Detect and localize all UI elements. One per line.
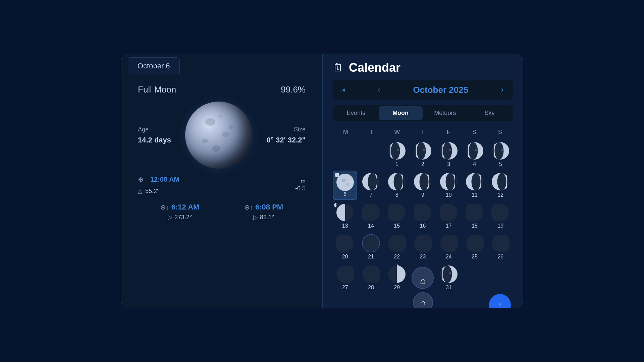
cal-day-empty bbox=[488, 263, 513, 293]
svg-point-100 bbox=[473, 235, 484, 252]
cal-day-28[interactable]: 28 bbox=[359, 263, 383, 293]
cal-day-14[interactable]: 14 bbox=[359, 201, 383, 231]
svg-point-52 bbox=[497, 173, 506, 190]
day-number: 24 bbox=[446, 254, 452, 260]
cal-day-20[interactable]: 20 bbox=[333, 232, 357, 262]
calendar-header: 🗓 Calendar bbox=[333, 61, 513, 75]
day-number: 7 bbox=[369, 192, 372, 198]
day-number: 31 bbox=[446, 285, 452, 291]
day-number: 8 bbox=[395, 192, 398, 198]
svg-point-92 bbox=[421, 235, 432, 252]
cal-day-30[interactable]: ⌂ bbox=[412, 267, 434, 289]
cal-day-29[interactable]: 29 bbox=[385, 263, 409, 293]
transit-alt: 55.2° bbox=[145, 188, 159, 195]
svg-point-32 bbox=[368, 173, 377, 190]
cal-day-11[interactable]: 11 bbox=[462, 171, 487, 200]
tab-meteors[interactable]: Meteors bbox=[423, 106, 467, 120]
svg-point-112 bbox=[370, 265, 380, 283]
home-button[interactable]: ⌂ bbox=[413, 292, 433, 308]
moonset-time: 6:08 PM bbox=[255, 203, 283, 212]
cal-day-8[interactable]: 8 bbox=[385, 171, 409, 200]
day-number: 15 bbox=[394, 223, 400, 229]
svg-point-23 bbox=[495, 142, 504, 160]
day-number: 19 bbox=[497, 223, 503, 229]
cal-day-25[interactable]: 25 bbox=[462, 232, 487, 262]
cal-day-31[interactable]: 31 bbox=[436, 263, 461, 293]
day-number: 12 bbox=[497, 192, 503, 198]
cal-day-7[interactable]: 7 bbox=[359, 171, 383, 200]
day-number: 28 bbox=[368, 285, 374, 291]
cal-day-18[interactable]: 18 bbox=[462, 201, 487, 231]
moon-image bbox=[185, 102, 252, 169]
day-number: 3 bbox=[447, 161, 450, 167]
cal-day-19[interactable]: 19 bbox=[488, 201, 513, 231]
cal-day-24[interactable]: 24 bbox=[436, 232, 461, 262]
share-button[interactable]: ↑ bbox=[489, 294, 511, 308]
cal-day-13[interactable]: 13 bbox=[333, 201, 357, 231]
svg-point-75 bbox=[466, 204, 476, 221]
bottom-bar: ⌂ ↑ bbox=[333, 294, 513, 308]
month-nav: ⇥ ‹ October 2025 › bbox=[333, 80, 513, 100]
day-number: 11 bbox=[472, 192, 478, 198]
moonset-block: ⊕↑ 6:08 PM ▷ 82.1° bbox=[244, 203, 283, 221]
tab-bar: October 6 bbox=[121, 54, 322, 74]
month-year-label: October 2025 bbox=[413, 85, 468, 95]
moon-left-info: Age 14.2 days bbox=[138, 126, 171, 144]
day-header-sat: S bbox=[462, 127, 487, 138]
day-number: 14 bbox=[368, 223, 374, 229]
day-header-sun: S bbox=[487, 127, 513, 138]
day-header-fri: F bbox=[436, 127, 462, 138]
day-number: 25 bbox=[472, 254, 478, 260]
svg-point-67 bbox=[414, 204, 424, 221]
cal-day-27[interactable]: 27 bbox=[333, 263, 357, 293]
day-number: 23 bbox=[420, 254, 426, 260]
tab-events[interactable]: Events bbox=[334, 106, 378, 120]
cal-day-22[interactable]: 22 bbox=[385, 232, 409, 262]
day-number: 1 bbox=[395, 161, 398, 167]
svg-point-13 bbox=[443, 142, 452, 160]
cal-day-21[interactable]: 21 bbox=[359, 232, 383, 262]
size-label: Size bbox=[267, 126, 306, 133]
day-number: 16 bbox=[420, 223, 426, 229]
prev-month-button[interactable]: ‹ bbox=[375, 84, 383, 96]
date-tab[interactable]: October 6 bbox=[128, 57, 180, 74]
day-header-wed: W bbox=[384, 127, 410, 138]
cal-day-23[interactable]: 23 bbox=[411, 232, 435, 262]
cal-day-16[interactable]: 16 bbox=[411, 201, 435, 231]
cal-day-2[interactable]: 2 bbox=[411, 140, 435, 169]
cal-day-12[interactable]: 12 bbox=[488, 171, 513, 200]
cal-day-26[interactable]: 26 bbox=[488, 232, 513, 262]
day-header-thu: T bbox=[410, 127, 436, 138]
cal-day-15[interactable]: 15 bbox=[385, 201, 409, 231]
collapse-icon[interactable]: ⇥ bbox=[339, 86, 345, 94]
svg-point-24 bbox=[501, 149, 503, 151]
moonrise-icon: ⊕↓ bbox=[160, 203, 169, 211]
day-number: 17 bbox=[446, 223, 452, 229]
left-content: Full Moon 99.6% Age 14.2 days bbox=[121, 74, 322, 308]
cal-day-1[interactable]: 1 bbox=[385, 140, 409, 169]
cal-day-9[interactable]: 9 bbox=[411, 171, 435, 200]
cal-day-17[interactable]: 17 bbox=[436, 201, 461, 231]
tab-moon[interactable]: Moon bbox=[379, 106, 423, 120]
cal-day-6[interactable]: 6 bbox=[333, 171, 357, 200]
tab-sky[interactable]: Sky bbox=[468, 106, 512, 120]
svg-point-4 bbox=[397, 149, 399, 151]
cal-day-3[interactable]: 3 bbox=[436, 140, 461, 169]
next-month-button[interactable]: › bbox=[498, 84, 506, 96]
svg-point-14 bbox=[449, 149, 451, 151]
day-number: 4 bbox=[473, 161, 476, 167]
day-number: 29 bbox=[394, 285, 400, 291]
day-number: 20 bbox=[342, 254, 348, 260]
cal-day-10[interactable]: 10 bbox=[436, 171, 461, 200]
cal-day-4[interactable]: 4 bbox=[462, 140, 487, 169]
cal-day-5[interactable]: 5 bbox=[488, 140, 513, 169]
day-number: 22 bbox=[394, 254, 400, 260]
svg-point-8 bbox=[417, 142, 426, 160]
day-header-tue: T bbox=[359, 127, 384, 138]
svg-point-83 bbox=[336, 235, 346, 252]
transit-time: 12:00 AM bbox=[150, 176, 179, 183]
svg-point-9 bbox=[423, 149, 425, 151]
age-value: 14.2 days bbox=[138, 136, 171, 144]
age-label: Age bbox=[138, 126, 171, 133]
day-number: 21 bbox=[368, 254, 374, 260]
